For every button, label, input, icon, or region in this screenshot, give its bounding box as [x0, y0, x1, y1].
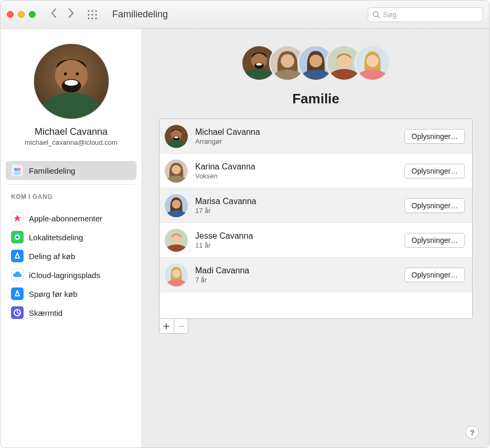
svg-point-2	[95, 10, 97, 12]
sidebar-section-header: KOM I GANG	[1, 189, 142, 204]
search-field[interactable]	[368, 7, 483, 22]
sidebar-item-label: Spørg før køb	[29, 290, 78, 298]
svg-point-45	[174, 136, 178, 138]
ask-icon	[11, 287, 24, 300]
member-name: Karina Cavanna	[195, 162, 404, 172]
nav-arrows	[50, 8, 74, 22]
member-avatar	[165, 194, 188, 217]
details-button[interactable]: Oplysninger…	[404, 233, 465, 248]
screentime-icon	[11, 306, 24, 319]
appstore-icon	[11, 250, 24, 262]
svg-point-57	[172, 269, 180, 278]
svg-point-48	[172, 165, 181, 174]
plus-icon	[163, 323, 169, 329]
svg-point-34	[310, 55, 322, 67]
sidebar-item-screentime[interactable]: Skærmtid	[6, 303, 136, 322]
minus-icon	[178, 323, 184, 329]
search-input[interactable]	[383, 10, 478, 19]
family-row[interactable]: Karina Cavanna Voksen Oplysninger…	[159, 154, 472, 188]
minimize-window-button[interactable]	[18, 11, 25, 18]
sidebar-item-label: Familiedeling	[29, 166, 75, 175]
sidebar-item-ask-to-buy[interactable]: Spørg før køb	[6, 284, 136, 303]
traffic-lights	[7, 11, 36, 18]
sidebar-item-label: iCloud-lagringsplads	[29, 271, 100, 280]
sidebar-item-purchase-sharing[interactable]: Deling af køb	[6, 247, 136, 265]
member-subtitle: 17 år	[195, 207, 404, 215]
help-button[interactable]: ?	[465, 425, 479, 439]
svg-point-3	[88, 14, 89, 15]
add-remove-controls	[159, 319, 188, 334]
sidebar-item-label: Apple-abonnementer	[29, 214, 102, 223]
main-panel: Familie Michael Cavanna Arrangør Oplysni…	[142, 29, 489, 447]
family-avatar-row	[142, 45, 489, 81]
family-members-table: Michael Cavanna Arrangør Oplysninger… Ka…	[159, 119, 473, 319]
details-button[interactable]: Oplysninger…	[404, 164, 465, 178]
show-all-preferences-button[interactable]	[87, 9, 98, 20]
main-heading: Familie	[142, 91, 489, 107]
titlebar: Familiedeling	[1, 1, 489, 29]
svg-point-20	[14, 171, 21, 175]
member-subtitle: 7 år	[195, 276, 404, 284]
sidebar-item-subscriptions[interactable]: Apple-abonnementer	[6, 209, 136, 228]
svg-point-17	[76, 72, 79, 76]
sidebar-item-label: Skærmtid	[29, 308, 62, 317]
family-row[interactable]: Michael Cavanna Arrangør Oplysninger…	[159, 119, 472, 154]
chevron-right-icon	[67, 8, 74, 18]
sidebar-list: Familiedeling	[1, 161, 142, 180]
sidebar-item-icloud-storage[interactable]: iCloud-lagringsplads	[6, 265, 136, 284]
member-name: Madi Cavanna	[195, 266, 404, 275]
sidebar-item-label: Lokalitetsdeling	[29, 233, 83, 242]
family-row[interactable]: Jesse Cavanna 11 år Oplysninger…	[159, 223, 472, 258]
family-avatar-madi	[354, 45, 391, 81]
search-icon	[372, 11, 380, 18]
svg-point-4	[91, 14, 93, 15]
member-avatar	[165, 125, 188, 148]
grid-icon	[87, 9, 98, 20]
sidebar-item-familiedeling[interactable]: Familiedeling	[6, 161, 136, 180]
table-filler	[159, 292, 472, 318]
fullscreen-window-button[interactable]	[29, 11, 36, 18]
family-row[interactable]: Madi Cavanna 7 år Oplysninger…	[159, 258, 472, 292]
svg-point-19	[17, 168, 20, 171]
profile-section: Michael Cavanna michael_cavanna@icloud.c…	[1, 29, 142, 156]
member-subtitle: Voksen	[195, 172, 404, 180]
member-avatar	[165, 229, 188, 252]
findmy-icon	[11, 231, 24, 243]
svg-point-15	[65, 80, 78, 86]
divider	[8, 184, 134, 185]
back-button[interactable]	[50, 8, 58, 22]
remove-member-button[interactable]	[174, 319, 188, 333]
member-subtitle: Arrangør	[195, 137, 404, 145]
subscriptions-icon	[11, 212, 24, 225]
member-subtitle: 11 år	[195, 241, 404, 249]
svg-point-16	[63, 72, 67, 76]
body: Michael Cavanna michael_cavanna@icloud.c…	[1, 29, 489, 447]
sidebar-item-location[interactable]: Lokalitetsdeling	[6, 228, 136, 247]
sidebar-item-label: Deling af køb	[29, 252, 75, 261]
family-row[interactable]: Marisa Cavanna 17 år Oplysninger…	[159, 188, 472, 223]
svg-line-10	[378, 16, 380, 18]
svg-point-18	[14, 168, 17, 171]
chevron-left-icon	[50, 8, 58, 18]
avatar-icon	[34, 44, 109, 119]
member-avatar	[165, 263, 188, 286]
details-button[interactable]: Oplysninger…	[404, 198, 465, 213]
profile-avatar[interactable]	[34, 44, 109, 119]
details-button[interactable]: Oplysninger…	[404, 268, 465, 282]
svg-point-8	[95, 17, 97, 19]
window: Familiedeling	[0, 0, 490, 448]
details-button[interactable]: Oplysninger…	[404, 129, 465, 144]
svg-point-1	[91, 10, 93, 12]
family-icon	[11, 164, 24, 177]
svg-point-28	[256, 63, 262, 66]
forward-button[interactable]	[67, 8, 74, 22]
add-member-button[interactable]	[159, 319, 174, 333]
sidebar: Michael Cavanna michael_cavanna@icloud.c…	[1, 29, 142, 447]
member-name: Michael Cavanna	[195, 127, 404, 137]
member-name: Marisa Cavanna	[195, 197, 404, 206]
sidebar-list-kom: Apple-abonnementer Lokalitetsdeling Deli…	[1, 209, 142, 322]
member-avatar	[165, 159, 188, 183]
svg-point-7	[91, 17, 93, 19]
close-window-button[interactable]	[7, 11, 14, 18]
svg-point-0	[88, 10, 89, 12]
